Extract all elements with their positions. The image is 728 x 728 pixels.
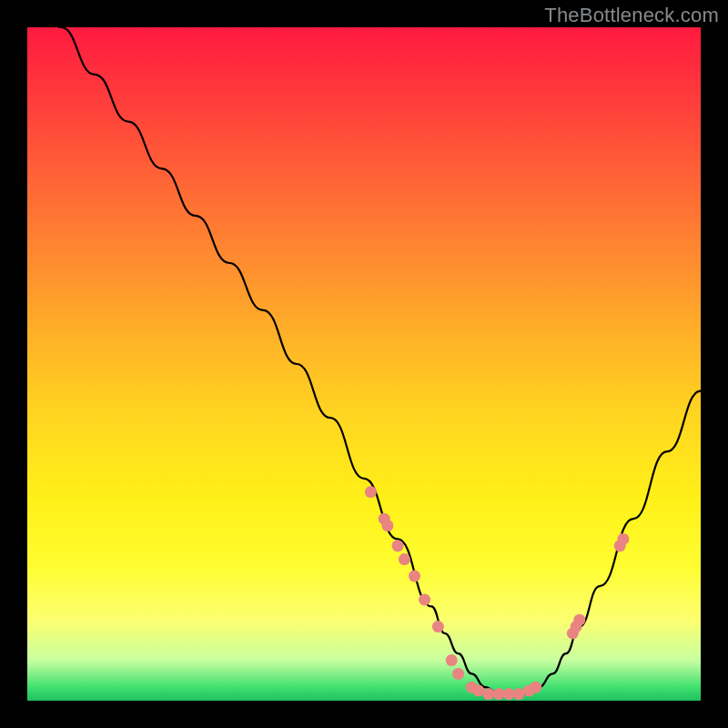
data-point	[446, 654, 458, 666]
data-point	[365, 486, 377, 498]
data-point	[381, 520, 393, 531]
bottleneck-curve	[27, 27, 701, 694]
data-point	[392, 540, 404, 551]
data-point	[617, 533, 629, 545]
data-point	[409, 571, 420, 582]
data-point	[482, 688, 494, 700]
watermark-text: TheBottleneck.com	[544, 4, 719, 27]
chart-area	[27, 27, 701, 701]
data-point	[432, 621, 444, 632]
data-point	[513, 688, 525, 700]
data-point	[472, 684, 484, 696]
data-point	[399, 553, 410, 565]
bottleneck-chart	[27, 27, 701, 701]
data-point	[493, 688, 505, 700]
data-point	[452, 668, 464, 680]
data-point	[419, 594, 430, 606]
data-point	[530, 682, 541, 693]
data-points-group	[365, 486, 630, 700]
data-point	[573, 614, 585, 626]
data-point	[503, 688, 515, 700]
